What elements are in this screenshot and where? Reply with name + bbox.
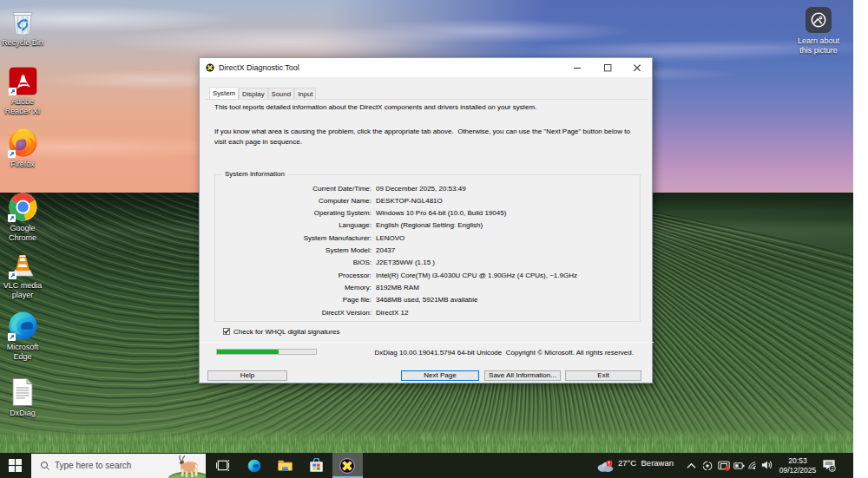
svg-text:2: 2 (831, 467, 833, 471)
